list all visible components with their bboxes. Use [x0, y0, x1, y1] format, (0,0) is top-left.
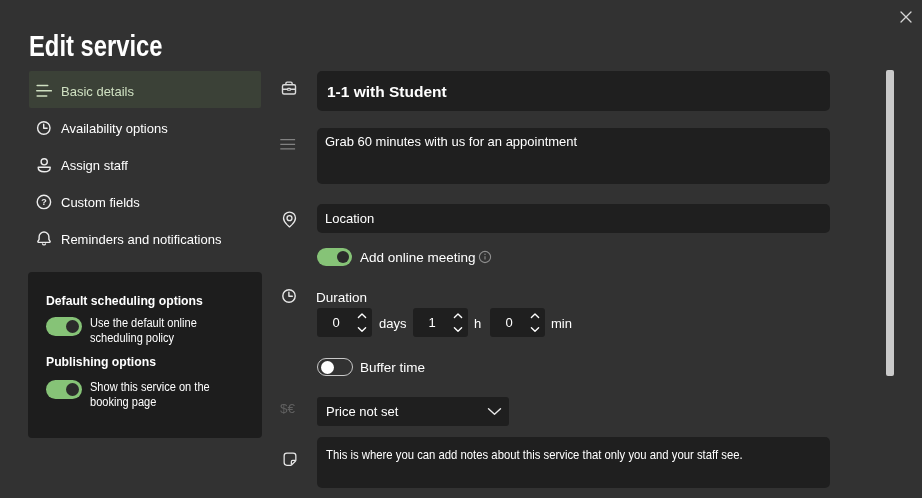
svg-text:?: ? — [41, 197, 47, 207]
